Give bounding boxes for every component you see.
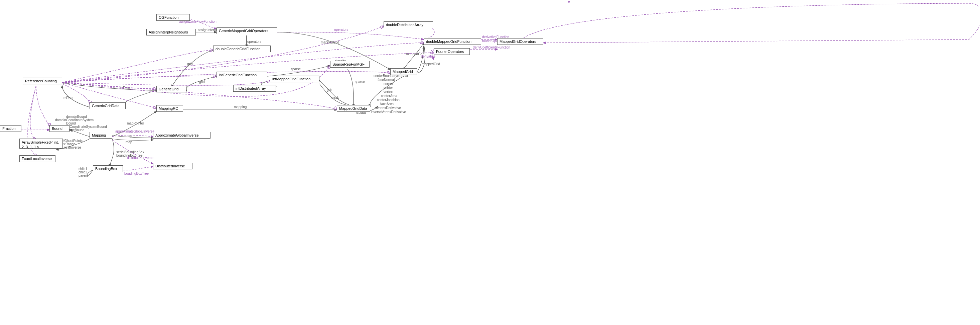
node-mappedgrid[interactable]: MappedGrid	[390, 68, 417, 75]
label-vertex: vertex	[383, 90, 393, 94]
label-parent: parent	[78, 174, 88, 178]
node-boundingbox-label: BoundingBox	[95, 167, 117, 171]
label-mappointer: mapPointer	[127, 122, 144, 125]
node-mappedgridoperators[interactable]: MappedGridOperators	[497, 38, 543, 45]
node-intmappedgridfunction[interactable]: intMappedGridFunction	[270, 76, 320, 82]
node-arraysimplefixed-label: ArraySimpleFixed< int,2, 3, 1, 1 >	[22, 140, 59, 149]
label-mask: mask	[331, 96, 339, 99]
node-fraction[interactable]: Fraction	[0, 125, 21, 132]
node-distributedinverse-label: DistributedInverse	[155, 164, 185, 168]
node-mappedgriddata[interactable]: MappedGridData	[337, 105, 370, 112]
node-mappedgridoperators-label: MappedGridOperators	[500, 40, 536, 43]
node-intgenericgridfunction[interactable]: intGenericGridFunction	[216, 72, 267, 78]
node-doubledistributedarray-label: doubleDistributedArray	[386, 23, 423, 27]
node-bound-label: Bound	[52, 126, 62, 131]
node-genericmappedgridoperators[interactable]: GenericMappedGridOperators	[216, 27, 277, 34]
node-fourieroperators-label: FourierOperators	[436, 50, 464, 54]
label-centerarea: centerArea	[381, 94, 397, 98]
label-mappedgrid3: mappedGrid	[406, 52, 424, 56]
node-sparserepformgf[interactable]: SparseRepForMGF	[330, 61, 369, 67]
node-arraysimplefixed[interactable]: ArraySimpleFixed< int,2, 3, 1, 1 >	[19, 139, 63, 149]
node-ogfunction[interactable]: OGFunction	[156, 14, 190, 21]
node-genericgrid-label: GenericGrid	[159, 87, 178, 91]
node-exactlocalinverse[interactable]: ExactLocalInverse	[19, 155, 56, 162]
node-doublegenericgridfunction-label: doubleGenericGridFunction	[215, 47, 261, 51]
label-corner: corner	[383, 82, 393, 86]
label-rcdata2: rcData	[64, 96, 73, 100]
node-mapping-label: Mapping	[92, 133, 106, 137]
node-genericgrid[interactable]: GenericGrid	[156, 86, 186, 92]
node-distributedinverse[interactable]: DistributedInverse	[153, 163, 192, 170]
node-intdistributedarray-label: intDistributedArray	[235, 86, 266, 90]
node-sparserepformgf-label: SparseRepForMGF	[332, 62, 364, 66]
label-inverseder: inverseVertexDerivative	[371, 110, 406, 114]
node-referencecounting[interactable]: ReferenceCounting	[23, 78, 62, 84]
label-grid1: grid	[187, 62, 193, 66]
node-assigninterpneighbours-label: AssignInterpNeighbours	[149, 30, 188, 34]
label-sparse2: sparse	[355, 80, 365, 84]
node-doublegenericgridfunction[interactable]: doubleGenericGridFunction	[213, 45, 270, 52]
node-exactlocalinverse-label: ExactLocalInverse	[22, 157, 52, 161]
label-grid2: grid	[199, 80, 205, 84]
edges-svg: e twilightZoneFlowFunction assignInterpN…	[0, 0, 980, 325]
diagram-container: e twilightZoneFlowFunction assignInterpN…	[0, 0, 980, 325]
label-centerjacobian: centerJacobian	[377, 98, 399, 102]
node-intmappedgridfunction-label: intMappedGridFunction	[272, 77, 310, 81]
node-approximateglobalinverse[interactable]: ApproximateGlobalInverse	[153, 132, 210, 139]
label-ops1: operators	[247, 40, 261, 43]
node-doublemappedgridfunction-label: doubleMappedGridFunction	[426, 40, 471, 43]
label-bbox2: boudingBoxTree	[124, 172, 149, 175]
node-mappingrc-label: MappingRC	[159, 106, 178, 110]
label-sparse1: sparse	[291, 67, 301, 71]
label-ops2: operators	[334, 28, 348, 32]
node-assigninterpneighbours[interactable]: AssignInterpNeighbours	[146, 29, 196, 35]
label-facearea: faceArea	[380, 102, 394, 106]
node-ogfunction-label: OGFunction	[159, 15, 178, 19]
node-mappingrc[interactable]: MappingRC	[156, 105, 183, 112]
node-genericgriddata[interactable]: GenericGridData	[89, 102, 126, 109]
label-e: e	[568, 0, 570, 3]
label-mappedgrid2: mappedGrid	[422, 62, 440, 66]
node-referencecounting-label: ReferenceCounting	[25, 79, 57, 83]
node-genericmappedgridoperators-label: GenericMappedGridOperators	[219, 29, 268, 33]
label-map1: map	[126, 134, 132, 138]
node-bound[interactable]: Bound	[49, 125, 70, 132]
node-mappedgriddata-label: MappedGridData	[339, 106, 367, 110]
node-mapping[interactable]: Mapping	[89, 132, 112, 139]
label-map2: map	[126, 140, 132, 144]
node-boundingbox[interactable]: BoundingBox	[93, 165, 123, 172]
node-doubledistributedarray[interactable]: doubleDistributedArray	[383, 21, 433, 28]
label-vertexder: vertexDerivative	[377, 106, 401, 110]
node-mappedgrid-label: MappedGrid	[393, 70, 413, 74]
node-fraction-label: Fraction	[2, 126, 16, 131]
label-facenormal: faceNormal	[377, 78, 395, 82]
label-approx: approximateGlobalInverse	[115, 130, 154, 133]
node-intdistributedarray[interactable]: intDistributedArray	[233, 85, 276, 92]
node-intgenericgridfunction-label: intGenericGridFunction	[219, 73, 257, 77]
label-distInv: distributedInverse	[127, 156, 153, 160]
node-approximateglobalinverse-label: ApproximateGlobalInverse	[155, 133, 199, 137]
node-genericgriddata-label: GenericGridData	[92, 104, 119, 108]
label-derivcoeff: derivCoefficientsFunction	[473, 45, 510, 49]
node-fourieroperators[interactable]: FourierOperators	[434, 48, 470, 55]
node-doublemappedgridfunction[interactable]: doubleMappedGridFunction	[424, 38, 481, 45]
label-grid3: grid	[327, 88, 332, 92]
label-mapping: mapping	[234, 105, 247, 109]
